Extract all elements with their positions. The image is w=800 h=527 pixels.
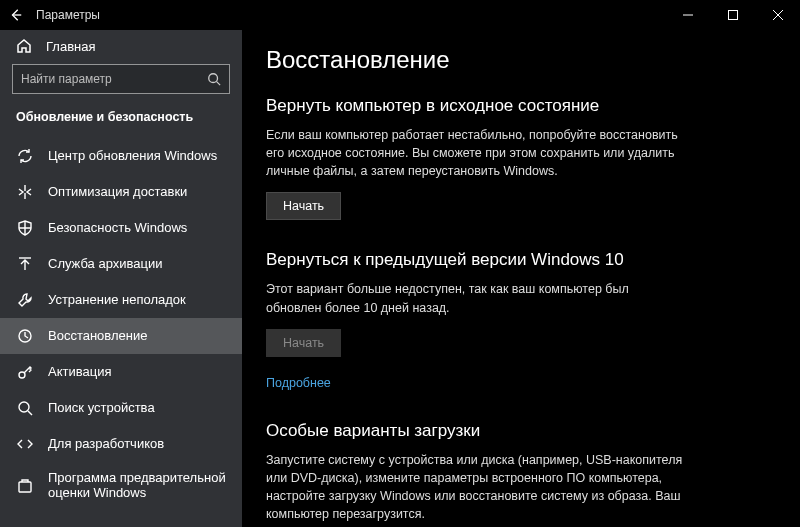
sidebar-item-label: Восстановление	[48, 329, 147, 344]
search-input[interactable]	[21, 72, 207, 86]
sidebar-item-label: Устранение неполадок	[48, 293, 186, 308]
svg-rect-0	[728, 11, 737, 20]
key-icon	[16, 363, 34, 381]
close-button[interactable]	[755, 0, 800, 30]
section-reset-title: Вернуть компьютер в исходное состояние	[266, 96, 686, 116]
home-icon	[16, 38, 32, 54]
sidebar-item-backup[interactable]: Служба архивации	[0, 246, 242, 282]
sidebar-item-label: Оптимизация доставки	[48, 185, 187, 200]
svg-rect-5	[19, 482, 31, 492]
sidebar-item-label: Служба архивации	[48, 257, 163, 272]
home-button[interactable]: Главная	[0, 30, 242, 64]
sidebar-item-windows-security[interactable]: Безопасность Windows	[0, 210, 242, 246]
wrench-icon	[16, 291, 34, 309]
sidebar-item-find-my-device[interactable]: Поиск устройства	[0, 390, 242, 426]
sidebar-item-insider-program[interactable]: Программа предварительной оценки Windows	[0, 462, 242, 510]
shield-icon	[16, 219, 34, 237]
sidebar: Главная Обновление и безопасность Центр …	[0, 30, 242, 527]
delivery-icon	[16, 183, 34, 201]
section-advanced-title: Особые варианты загрузки	[266, 421, 686, 441]
page-title: Восстановление	[266, 46, 768, 74]
sidebar-item-recovery[interactable]: Восстановление	[0, 318, 242, 354]
sidebar-nav: Центр обновления Windows Оптимизация дос…	[0, 138, 242, 510]
sidebar-item-label: Безопасность Windows	[48, 221, 187, 236]
back-button[interactable]	[0, 0, 32, 30]
minimize-icon	[683, 10, 693, 20]
arrow-left-icon	[9, 8, 23, 22]
window-title: Параметры	[36, 8, 100, 22]
sidebar-item-for-developers[interactable]: Для разработчиков	[0, 426, 242, 462]
svg-point-1	[209, 74, 218, 83]
svg-point-4	[19, 402, 29, 412]
search-box[interactable]	[12, 64, 230, 94]
home-label: Главная	[46, 39, 95, 54]
maximize-button[interactable]	[710, 0, 755, 30]
minimize-button[interactable]	[665, 0, 710, 30]
section-goback-title: Вернуться к предыдущей версии Windows 10	[266, 250, 686, 270]
sidebar-item-label: Центр обновления Windows	[48, 149, 217, 164]
maximize-icon	[728, 10, 738, 20]
section-goback-desc: Этот вариант больше недоступен, так как …	[266, 280, 686, 316]
sidebar-item-label: Программа предварительной оценки Windows	[48, 471, 226, 501]
reset-start-button[interactable]: Начать	[266, 192, 341, 220]
sidebar-item-label: Активация	[48, 365, 111, 380]
sync-icon	[16, 147, 34, 165]
close-icon	[773, 10, 783, 20]
content: Восстановление Вернуть компьютер в исход…	[242, 30, 800, 527]
section-advanced-desc: Запустите систему с устройства или диска…	[266, 451, 686, 524]
section-reset: Вернуть компьютер в исходное состояние Е…	[266, 96, 686, 220]
backup-icon	[16, 255, 34, 273]
section-goback: Вернуться к предыдущей версии Windows 10…	[266, 250, 686, 390]
search-icon	[207, 72, 221, 86]
sidebar-item-label: Для разработчиков	[48, 437, 164, 452]
goback-start-button: Начать	[266, 329, 341, 357]
sidebar-item-label: Поиск устройства	[48, 401, 155, 416]
sidebar-item-troubleshoot[interactable]: Устранение неполадок	[0, 282, 242, 318]
goback-learnmore-link[interactable]: Подробнее	[266, 376, 331, 390]
sidebar-category: Обновление и безопасность	[0, 104, 242, 138]
recovery-icon	[16, 327, 34, 345]
sidebar-item-activation[interactable]: Активация	[0, 354, 242, 390]
insider-icon	[16, 477, 34, 495]
main: Главная Обновление и безопасность Центр …	[0, 30, 800, 527]
location-icon	[16, 399, 34, 417]
titlebar: Параметры	[0, 0, 800, 30]
section-advanced-startup: Особые варианты загрузки Запустите систе…	[266, 421, 686, 527]
code-icon	[16, 435, 34, 453]
section-reset-desc: Если ваш компьютер работает нестабильно,…	[266, 126, 686, 180]
window-controls	[665, 0, 800, 30]
sidebar-item-windows-update[interactable]: Центр обновления Windows	[0, 138, 242, 174]
sidebar-item-delivery-optimization[interactable]: Оптимизация доставки	[0, 174, 242, 210]
